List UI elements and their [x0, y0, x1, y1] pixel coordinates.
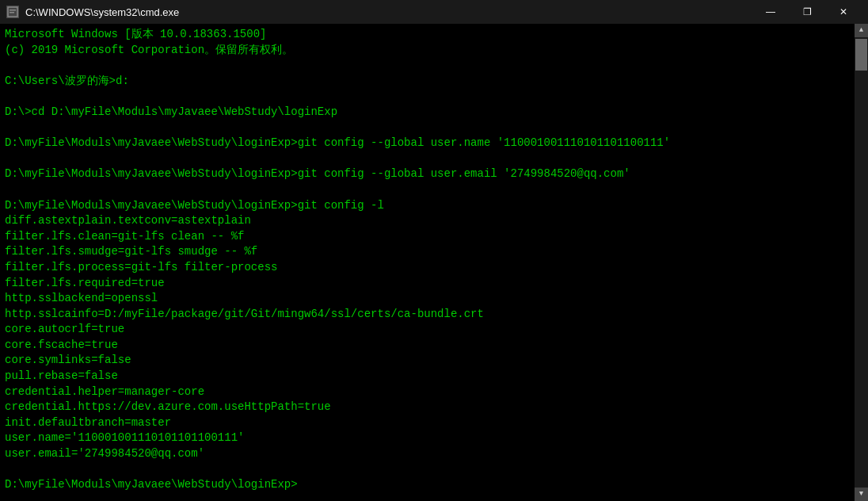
restore-button[interactable]: ❐ [789, 0, 825, 24]
svg-rect-2 [10, 12, 14, 13]
title-bar-controls: — ❐ ✕ [752, 0, 862, 24]
terminal-body[interactable]: Microsoft Windows [版本 10.0.18363.1500] (… [0, 24, 868, 501]
scroll-up-button[interactable]: ▲ [855, 24, 868, 37]
minimize-button[interactable]: — [752, 0, 789, 24]
terminal-output: Microsoft Windows [版本 10.0.18363.1500] (… [5, 27, 863, 493]
scroll-down-button[interactable]: ▼ [855, 488, 868, 501]
svg-rect-1 [10, 10, 16, 11]
title-bar: C:\WINDOWS\system32\cmd.exe — ❐ ✕ [0, 0, 868, 24]
scrollbar-thumb[interactable] [855, 39, 867, 71]
scrollbar[interactable]: ▲ ▼ [855, 24, 868, 501]
window-icon [6, 6, 19, 18]
window-title: C:\WINDOWS\system32\cmd.exe [25, 6, 752, 18]
close-button[interactable]: ✕ [825, 0, 862, 24]
cmd-window: C:\WINDOWS\system32\cmd.exe — ❐ ✕ Micros… [0, 0, 868, 501]
